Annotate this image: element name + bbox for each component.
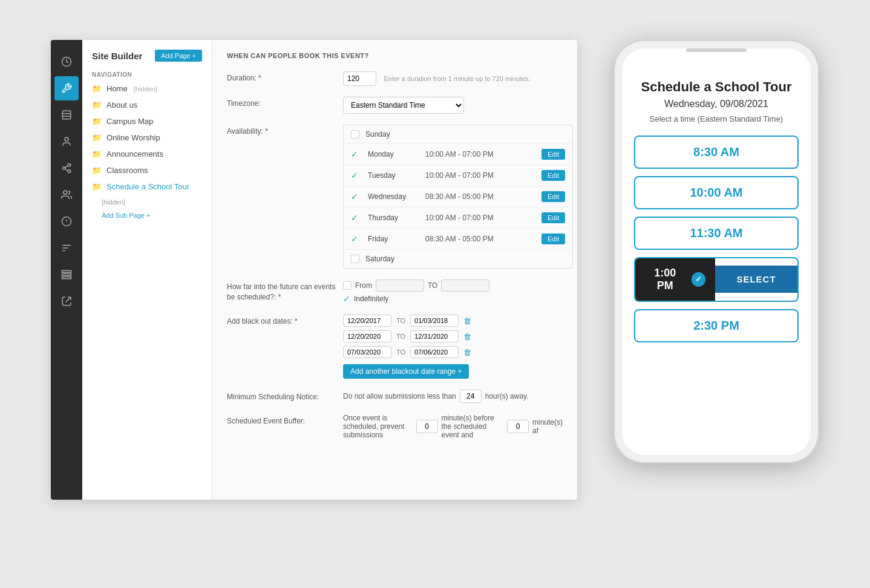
blackout1-delete-icon[interactable]: 🗑 [463,316,471,325]
sidebar-icon-layers[interactable] [54,103,79,127]
tuesday-check-icon: ✓ [351,171,362,180]
scheduling-text: Do not allow submissions less than [343,392,456,400]
to-separator-2: TO [396,333,405,340]
friday-edit-btn[interactable]: Edit [541,234,565,244]
to-date-input[interactable] [441,279,489,292]
scheduling-hours-input[interactable] [460,390,482,403]
from-to-row: From TO [343,279,563,292]
duration-input[interactable] [343,71,376,86]
buffer-label: Scheduled Event Buffer: [227,414,336,426]
nav-item-online-worship[interactable]: 📁 Online Worship [82,129,212,146]
saturday-checkbox[interactable] [351,255,359,263]
phone-notch [686,48,747,52]
phone-screen: Schedule a School Tour Wednesday, 09/08/… [622,48,811,455]
buffer-row: Scheduled Event Buffer: Once event is sc… [227,414,563,439]
hidden-label-home: [hidden] [134,85,157,93]
friday-label: Friday [368,235,419,243]
sidebar-icon-user[interactable] [54,129,79,154]
blackout1-to[interactable] [410,315,459,327]
blackout-row-2: TO 🗑 [343,330,563,342]
sidebar-icon-share[interactable] [54,156,79,180]
nav-item-campus-map[interactable]: 📁 Campus Map [82,113,212,129]
indefinitely-row: ✓ Indefinitely [343,294,563,304]
timezone-row: Timezone: Eastern Standard Time [227,97,563,114]
timezone-select[interactable]: Eastern Standard Time [343,97,464,114]
buffer-middle-text: minute(s) before the scheduled event and [442,414,503,439]
selected-check-icon: ✓ [692,272,705,287]
buffer-suffix: minute(s) af [532,418,563,435]
sidebar-icon-tools[interactable] [54,76,79,100]
tuesday-edit-btn[interactable]: Edit [541,170,565,181]
blackout3-to[interactable] [410,346,459,358]
phone-app-title: Schedule a School Tour [641,79,792,96]
select-button[interactable]: SELECT [715,266,797,293]
thursday-edit-btn[interactable]: Edit [541,212,565,223]
blackout3-delete-icon[interactable]: 🗑 [463,348,471,357]
nav-item-home[interactable]: 📁 Home [hidden] [82,80,212,97]
phone-date: Wednesday, 09/08/2021 [664,99,768,109]
avail-monday: ✓ Monday 10:00 AM - 07:00 PM Edit [344,144,572,165]
timezone-controls: Eastern Standard Time [343,97,563,114]
scheduling-notice-text-row: Do not allow submissions less than hour(… [343,390,563,403]
blackout-label: Add black out dates: * [227,315,336,325]
blackout1-from[interactable] [343,315,391,327]
add-sub-page-link[interactable]: Add Sub Page + [82,209,212,221]
avail-thursday: ✓ Thursday 10:00 AM - 07:00 PM Edit [344,207,572,229]
nav-label-campus: Campus Map [106,117,153,126]
nav-item-announcements[interactable]: 📁 Announcements [82,146,212,162]
add-blackout-button[interactable]: Add another blackout date range + [343,364,469,379]
sidebar-icon-clock[interactable] [54,50,79,74]
nav-label-schedule: Schedule a School Tour [106,182,189,191]
blackout2-to[interactable] [410,330,459,342]
from-date-input[interactable] [376,279,424,292]
wednesday-edit-btn[interactable]: Edit [541,191,565,202]
blackout3-from[interactable] [343,346,391,358]
sidebar-icon-sort[interactable] [54,236,79,260]
svg-rect-18 [62,274,71,276]
svg-rect-19 [62,277,71,279]
time-slot-1000[interactable]: 10:00 AM [634,176,799,209]
blackout-dates-row: Add black out dates: * TO 🗑 TO 🗑 [227,315,563,379]
time-slot-830[interactable]: 8:30 AM [634,136,799,169]
sidebar-icon-alert[interactable] [54,209,79,234]
duration-label: Duration: * [227,71,336,82]
thursday-check-icon: ✓ [351,213,362,223]
wednesday-check-icon: ✓ [351,192,362,201]
folder-icon-campus: 📁 [92,117,102,126]
time-slot-230-label: 2:30 PM [693,319,739,332]
nav-item-about[interactable]: 📁 About us [82,97,212,113]
friday-time: 08:30 AM - 05:00 PM [425,235,535,243]
svg-point-7 [68,170,71,173]
time-slot-230[interactable]: 2:30 PM [634,309,799,342]
sunday-checkbox[interactable] [351,130,359,139]
sidebar-icon-people[interactable] [54,183,79,207]
scheduling-suffix: hour(s) away. [485,392,529,400]
saturday-label: Saturday [365,255,417,263]
thursday-time: 10:00 AM - 07:00 PM [425,214,535,222]
buffer-after-input[interactable] [507,420,529,433]
scheduling-notice-controls: Do not allow submissions less than hour(… [343,390,563,403]
buffer-before-input[interactable] [416,420,438,433]
blackout2-from[interactable] [343,330,391,342]
add-page-button[interactable]: Add Page + [155,50,202,62]
how-far-row: How far into the future can events be sc… [227,279,563,304]
blackout-row-1: TO 🗑 [343,315,563,327]
from-checkbox[interactable] [343,281,352,290]
blackout2-delete-icon[interactable]: 🗑 [463,332,471,341]
duration-row: Duration: * Enter a duration from 1 minu… [227,71,563,86]
buffer-text-row: Once event is scheduled, prevent submiss… [343,414,563,439]
timezone-label: Timezone: [227,97,336,108]
scheduling-notice-row: Minimum Scheduling Notice: Do not allow … [227,390,563,403]
nav-item-schedule-tour[interactable]: 📁 Schedule a School Tour [82,178,212,195]
sidebar-icon-export[interactable] [54,289,79,313]
nav-item-hidden-label: [hidden] [82,195,212,209]
schedule-hidden-tag: [hidden] [102,198,125,206]
monday-time: 10:00 AM - 07:00 PM [425,150,535,158]
sidebar-icon-list[interactable] [54,263,79,287]
phone-subtitle: Select a time (Eastern Standard Time) [650,114,783,123]
navigation-section-label: NAVIGATION [82,67,212,80]
monday-edit-btn[interactable]: Edit [541,149,565,160]
time-slot-100pm[interactable]: 1:00 PM ✓ SELECT [634,257,799,302]
time-slot-1130[interactable]: 11:30 AM [634,217,799,250]
nav-item-classrooms[interactable]: 📁 Classrooms [82,162,212,178]
